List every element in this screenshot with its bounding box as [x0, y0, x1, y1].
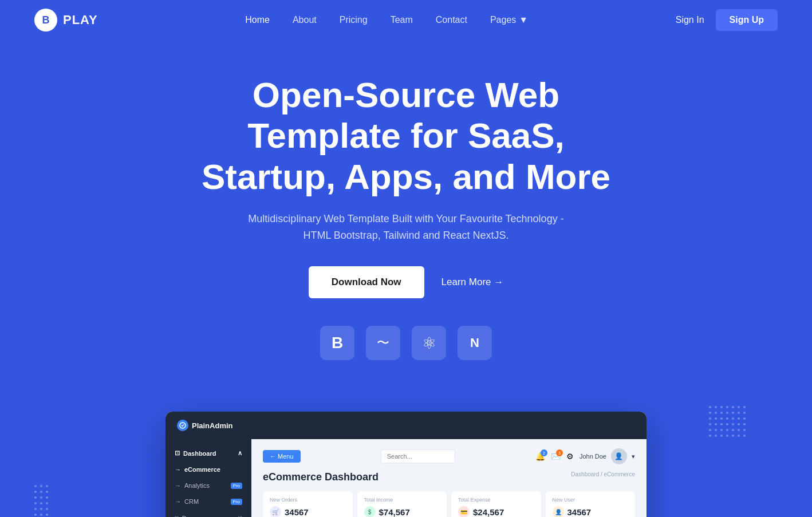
nav-pages[interactable]: Pages ▼	[490, 15, 528, 25]
dashboard-preview: PlainAdmin ⊡Dashboard ∧ →eCommerce →Anal…	[0, 412, 812, 517]
dashboard-body: ⊡Dashboard ∧ →eCommerce →Analytics Pro →…	[165, 439, 647, 517]
signup-button[interactable]: Sign Up	[716, 9, 778, 31]
nav-about[interactable]: About	[293, 15, 317, 25]
nav-contact[interactable]: Contact	[436, 15, 467, 25]
mail-badge: 3	[556, 449, 563, 456]
nav-actions: Sign In Sign Up	[676, 9, 778, 31]
dots-decoration-right	[709, 406, 778, 475]
nav-links: Home About Pricing Team Contact Pages ▼	[245, 15, 528, 25]
bell-icon-container: 🔔 2	[535, 452, 545, 461]
signin-button[interactable]: Sign In	[676, 15, 704, 25]
dashboard-brand-name: PlainAdmin	[192, 421, 233, 430]
sidebar-item-ecommerce[interactable]: →eCommerce	[165, 461, 251, 477]
stats-grid: New Orders 🛒 34567 ↑ +2.00% (30 days) To…	[263, 491, 635, 517]
stat-icon-orders: 🛒	[270, 506, 281, 517]
brand-name: PLAY	[63, 13, 98, 27]
dashboard-search[interactable]	[381, 449, 455, 463]
stat-icon-income: $	[364, 506, 376, 517]
nav-team[interactable]: Team	[391, 15, 413, 25]
dashboard-menu-button[interactable]: ← Menu	[263, 450, 301, 463]
sidebar-item-analytics[interactable]: →Analytics Pro	[165, 477, 251, 494]
sidebar-item-dashboard[interactable]: ⊡Dashboard ∧	[165, 445, 251, 461]
dashboard-window: PlainAdmin ⊡Dashboard ∧ →eCommerce →Anal…	[165, 412, 647, 517]
dashboard-main: ← Menu 🔔 2 ✉️ 3 ⚙ John Doe	[251, 439, 647, 517]
bootstrap-icon: B	[320, 326, 354, 360]
navbar: B PLAY Home About Pricing Team Contact P…	[0, 0, 812, 40]
hero-section: Open-Source Web Template for SaaS, Start…	[0, 40, 812, 412]
stat-new-user: New User 👤 34567 ↓ -25.00% Earning	[546, 491, 636, 517]
user-chevron-icon: ▾	[632, 453, 635, 460]
dashboard-topbar: ← Menu 🔔 2 ✉️ 3 ⚙ John Doe	[263, 448, 635, 464]
dashboard-logo: PlainAdmin	[177, 420, 233, 431]
chevron-down-icon: ▼	[519, 15, 528, 25]
filter-icon: ⚙	[566, 452, 574, 461]
download-now-button[interactable]: Download Now	[309, 266, 424, 298]
dashboard-logo-icon	[177, 420, 188, 431]
stat-label-user: New User	[553, 497, 629, 503]
brand: B PLAY	[34, 9, 98, 31]
dashboard-topbar-actions: 🔔 2 ✉️ 3 ⚙ John Doe 👤 ▾	[535, 448, 635, 464]
page-title-area: eCommerce Dashboard Dashboard / eCommerc…	[263, 471, 635, 486]
stat-value-user: 34567	[567, 507, 592, 517]
tech-icons: B 〜 ⚛ N	[11, 326, 801, 360]
breadcrumb: Dashboard / eCommerce	[571, 471, 635, 477]
stat-icon-user: 👤	[553, 506, 564, 517]
sidebar-item-crm[interactable]: →CRM Pro	[165, 494, 251, 510]
dashboard-page-title: eCommerce Dashboard	[263, 471, 379, 483]
hero-buttons: Download Now Learn More →	[11, 266, 801, 298]
sidebar-item-pages[interactable]: □Pages ∨	[165, 510, 251, 517]
stat-value-expense: $24,567	[473, 507, 504, 517]
nav-pricing[interactable]: Pricing	[340, 15, 368, 25]
next-icon: N	[458, 326, 492, 360]
dots-decoration-left	[34, 485, 69, 517]
user-name: John Doe	[580, 453, 606, 460]
stat-icon-expense: 💳	[458, 506, 470, 517]
stat-label-orders: New Orders	[270, 497, 346, 503]
stat-new-orders: New Orders 🛒 34567 ↑ +2.00% (30 days)	[263, 491, 353, 517]
stat-value-orders: 34567	[285, 507, 309, 517]
brand-logo-icon: B	[34, 9, 57, 31]
bell-badge: 2	[541, 449, 547, 456]
tailwind-icon: 〜	[366, 326, 400, 360]
hero-title: Open-Source Web Template for SaaS, Start…	[183, 74, 629, 197]
stat-label-income: Total Income	[364, 497, 440, 503]
nav-home[interactable]: Home	[245, 15, 270, 25]
stat-total-income: Total Income $ $74,567 ↑ +5.45% Increase…	[357, 491, 447, 517]
hero-subtitle: Multidisciplinary Web Template Built wit…	[246, 211, 566, 244]
stat-total-expense: Total Expense 💳 $24,567 ↓ -2.00% Expense	[451, 491, 541, 517]
learn-more-button[interactable]: Learn More →	[442, 277, 504, 288]
dashboard-header: PlainAdmin	[165, 412, 647, 439]
dashboard-sidebar: ⊡Dashboard ∧ →eCommerce →Analytics Pro →…	[165, 439, 251, 517]
stat-value-income: $74,567	[379, 507, 410, 517]
stat-label-expense: Total Expense	[458, 497, 534, 503]
react-icon: ⚛	[412, 326, 446, 360]
avatar: 👤	[611, 448, 627, 464]
mail-icon-container: ✉️ 3	[551, 452, 561, 461]
dashboard-user: John Doe 👤 ▾	[580, 448, 635, 464]
